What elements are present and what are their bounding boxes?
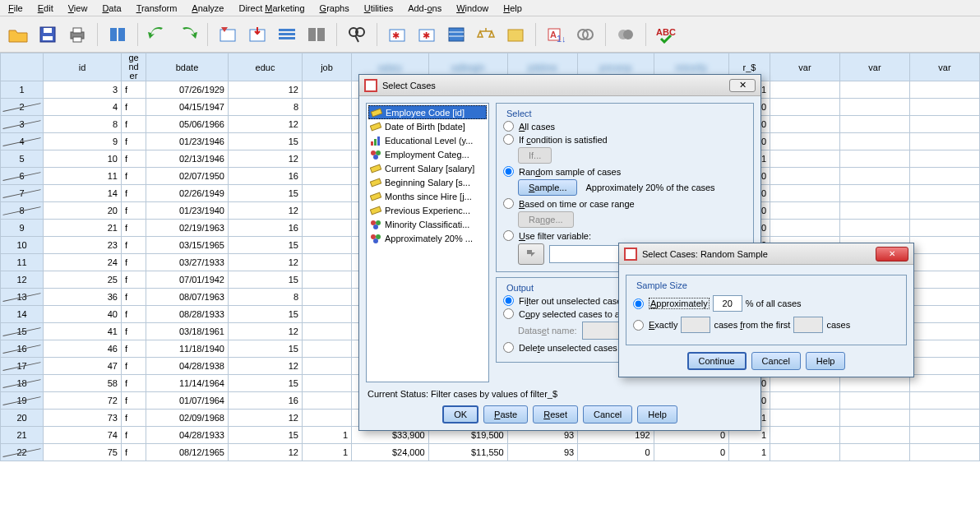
cell-gender[interactable]: f <box>122 289 146 306</box>
menu-direct-marketing[interactable]: Direct Marketing <box>238 3 304 13</box>
cell-empty[interactable] <box>770 116 840 133</box>
cell-jobcat[interactable] <box>303 306 352 323</box>
cell-salary[interactable]: $24,000 <box>352 444 429 461</box>
radio-exactly[interactable] <box>633 320 644 331</box>
cell-gender[interactable]: f <box>122 323 146 340</box>
row-number[interactable]: 1 <box>1 81 44 99</box>
cell-empty[interactable] <box>840 202 910 220</box>
cell-gender[interactable]: f <box>122 81 146 99</box>
col-header-educ[interactable]: educ <box>229 53 303 81</box>
row-number[interactable]: 17 <box>1 358 44 375</box>
cell-empty[interactable] <box>770 392 840 410</box>
cell-empty[interactable] <box>770 168 840 185</box>
col-header-id[interactable]: id <box>44 53 122 81</box>
cell-gender[interactable]: f <box>122 237 146 254</box>
variable-item[interactable]: Date of Birth [bdate] <box>368 119 487 133</box>
variable-item[interactable]: Months since Hire [j... <box>368 189 487 203</box>
cell-empty[interactable] <box>770 99 840 116</box>
cell-gender[interactable]: f <box>122 133 146 150</box>
cell-bdate[interactable]: 04/28/1938 <box>146 358 229 375</box>
cell-id[interactable]: 8 <box>44 116 122 133</box>
cell-gender[interactable]: f <box>122 358 146 375</box>
run-icon[interactable] <box>303 21 330 48</box>
menu-analyze[interactable]: Analyze <box>192 3 224 13</box>
menu-utilities[interactable]: Utilities <box>364 3 393 13</box>
variable-item[interactable]: Minority Classificati... <box>368 217 487 231</box>
variables-icon[interactable] <box>274 21 300 48</box>
cell-gender[interactable]: f <box>122 306 146 323</box>
cell-educ[interactable]: 16 <box>229 392 303 410</box>
col-header-var[interactable]: var <box>770 53 840 81</box>
cell-educ[interactable]: 15 <box>229 340 303 358</box>
row-number[interactable]: 15 <box>1 323 44 340</box>
row-number[interactable]: 10 <box>1 237 44 254</box>
cell-gender[interactable]: f <box>122 202 146 220</box>
cell-id[interactable]: 24 <box>44 254 122 271</box>
spellcheck-icon[interactable]: ABC <box>653 21 679 48</box>
cell-empty[interactable] <box>910 444 980 461</box>
cell-gender[interactable]: f <box>122 168 146 185</box>
cell-empty[interactable] <box>910 254 980 271</box>
menu-help[interactable]: Help <box>503 3 522 13</box>
cell-prevexp[interactable]: 0 <box>578 444 654 461</box>
cell-empty[interactable] <box>910 323 980 340</box>
cell-educ[interactable]: 12 <box>229 323 303 340</box>
cell-empty[interactable] <box>840 168 910 185</box>
cell-id[interactable]: 74 <box>44 427 122 444</box>
radio-all-cases[interactable] <box>503 121 514 132</box>
cell-id[interactable]: 14 <box>44 185 122 202</box>
ok-button[interactable]: OK <box>442 405 478 423</box>
cell-empty[interactable] <box>910 410 980 427</box>
cell-jobcat[interactable]: 1 <box>303 427 352 444</box>
menu-view[interactable]: View <box>68 3 88 13</box>
cell-educ[interactable]: 12 <box>229 444 303 461</box>
cell-jobcat[interactable] <box>303 237 352 254</box>
cell-bdate[interactable]: 02/07/1950 <box>146 168 229 185</box>
cell-empty[interactable] <box>840 392 910 410</box>
cell-empty[interactable] <box>840 133 910 150</box>
cancel-button[interactable]: Cancel <box>583 405 632 423</box>
cancel-button[interactable]: Cancel <box>751 352 801 370</box>
radio-based-on-range[interactable] <box>503 198 514 209</box>
cell-empty[interactable] <box>770 410 840 427</box>
variable-item[interactable]: Educational Level (y... <box>368 133 487 147</box>
cell-empty[interactable] <box>840 185 910 202</box>
cell-empty[interactable] <box>840 116 910 133</box>
cell-empty[interactable] <box>910 185 980 202</box>
cell-educ[interactable]: 12 <box>229 150 303 168</box>
cell-bdate[interactable]: 08/28/1933 <box>146 306 229 323</box>
cell-minority[interactable]: 0 <box>654 444 728 461</box>
close-icon[interactable]: ✕ <box>729 79 756 92</box>
col-header-var[interactable]: var <box>840 53 910 81</box>
show-all-icon[interactable] <box>612 21 639 48</box>
radio-delete-unselected[interactable] <box>503 342 514 353</box>
cell-id[interactable]: 4 <box>44 99 122 116</box>
cell-jobcat[interactable] <box>303 133 352 150</box>
cell-educ[interactable]: 15 <box>229 185 303 202</box>
approx-percent-input[interactable] <box>713 295 742 312</box>
cell-educ[interactable]: 16 <box>229 220 303 237</box>
col-header-var[interactable]: var <box>910 53 980 81</box>
cell-jobcat[interactable] <box>303 185 352 202</box>
radio-approximately[interactable] <box>633 299 644 309</box>
cell-empty[interactable] <box>840 99 910 116</box>
row-number[interactable]: 19 <box>1 392 44 410</box>
range-button[interactable]: Range... <box>518 211 574 228</box>
menu-data[interactable]: Data <box>102 3 121 13</box>
cell-jobcat[interactable] <box>303 289 352 306</box>
cell-educ[interactable]: 15 <box>229 306 303 323</box>
cell-gender[interactable]: f <box>122 392 146 410</box>
use-sets-icon[interactable] <box>572 21 599 48</box>
cell-bdate[interactable]: 04/28/1933 <box>146 427 229 444</box>
cell-bdate[interactable]: 04/15/1947 <box>146 99 229 116</box>
radio-filter-out[interactable] <box>503 295 514 306</box>
cell-empty[interactable] <box>910 340 980 358</box>
redo-icon[interactable] <box>174 21 201 48</box>
cell-bdate[interactable]: 07/26/1929 <box>146 81 229 99</box>
cell-bdate[interactable]: 01/07/1964 <box>146 392 229 410</box>
move-variable-button[interactable] <box>518 243 544 265</box>
cell-id[interactable]: 36 <box>44 289 122 306</box>
select-cases-icon[interactable] <box>502 21 529 48</box>
cell-bdate[interactable]: 02/26/1949 <box>146 185 229 202</box>
cell-id[interactable]: 47 <box>44 358 122 375</box>
